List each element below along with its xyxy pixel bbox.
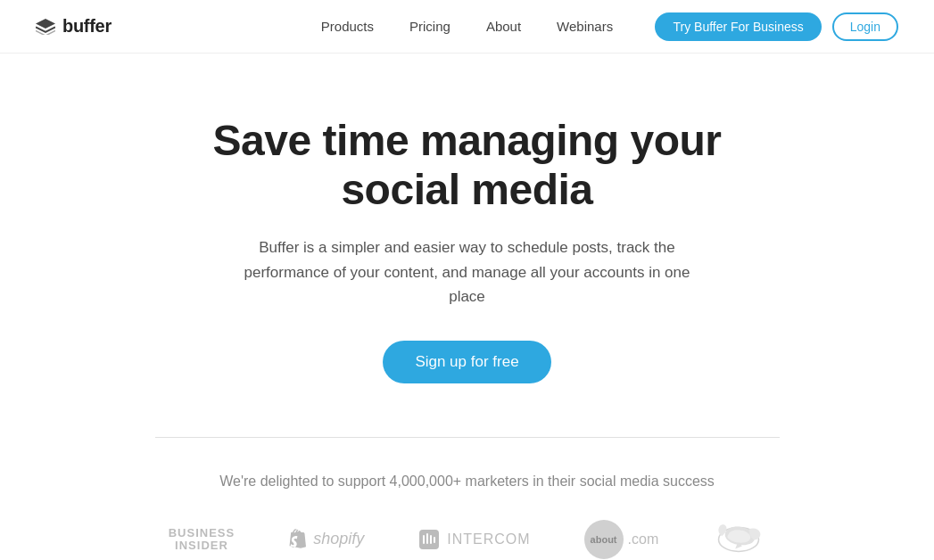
site-header: buffer Products Pricing About Webinars T… [0, 0, 934, 54]
hero-subheading: Buffer is a simpler and easier way to sc… [227, 235, 708, 309]
social-proof-text: We're delighted to support 4,000,000+ ma… [219, 474, 715, 490]
svg-rect-1 [423, 535, 425, 544]
logo-aboutcom: about .com [584, 520, 659, 559]
partner-logos: BUSINESS INSIDER shopify INTERCOM about [169, 518, 766, 560]
svg-rect-2 [426, 533, 428, 544]
logo-shopify: shopify [288, 528, 364, 551]
broncos-icon [712, 518, 765, 557]
nav-webinars[interactable]: Webinars [557, 19, 613, 34]
login-button[interactable]: Login [832, 12, 898, 41]
signup-button[interactable]: Sign up for free [383, 341, 550, 383]
svg-rect-3 [430, 535, 432, 544]
social-proof-section: We're delighted to support 4,000,000+ ma… [0, 438, 934, 560]
try-buffer-button[interactable]: Try Buffer For Business [655, 12, 821, 41]
svg-rect-4 [434, 537, 435, 543]
hero-heading: Save time managing your social media [155, 116, 780, 214]
logo[interactable]: buffer [36, 16, 112, 37]
logo-broncos [712, 518, 765, 560]
logo-intercom: INTERCOM [417, 528, 530, 551]
svg-rect-0 [419, 530, 439, 549]
nav-about[interactable]: About [486, 19, 521, 34]
hero-section: Save time managing your social media Buf… [0, 54, 934, 437]
shopify-icon [288, 528, 308, 551]
logo-text: buffer [62, 16, 112, 37]
intercom-icon [417, 528, 441, 551]
logo-business-insider: BUSINESS INSIDER [169, 527, 235, 553]
nav-pricing[interactable]: Pricing [409, 19, 450, 34]
header-buttons: Try Buffer For Business Login [655, 12, 898, 41]
nav-products[interactable]: Products [321, 19, 374, 34]
buffer-logo-icon [36, 19, 55, 35]
main-nav: Products Pricing About Webinars [321, 19, 613, 34]
